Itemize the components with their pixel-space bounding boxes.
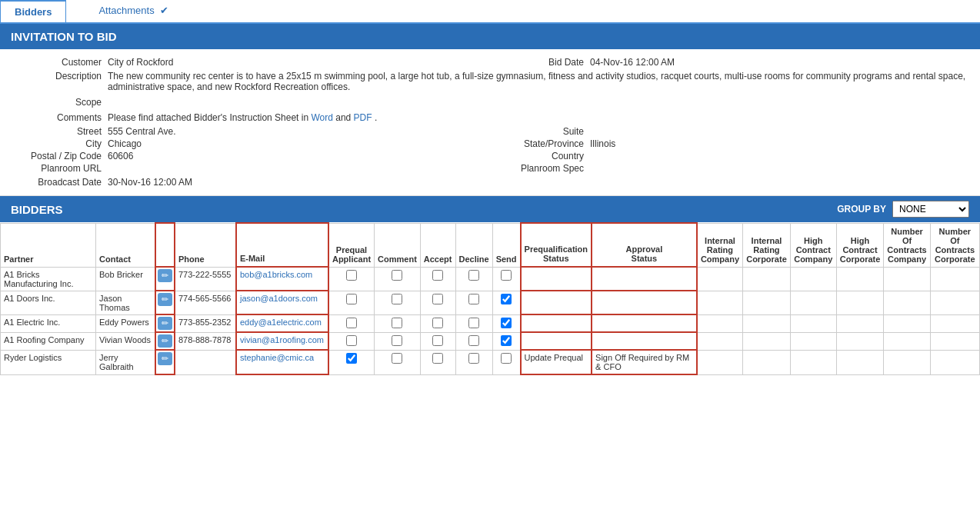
comment-checkbox[interactable] bbox=[392, 270, 402, 281]
decline-checkbox[interactable] bbox=[468, 318, 479, 328]
prequal-checkbox[interactable] bbox=[346, 294, 357, 304]
email-link[interactable]: stephanie@cmic.ca bbox=[240, 353, 314, 362]
prequal-checkbox[interactable] bbox=[346, 335, 357, 346]
email-link[interactable]: bob@a1bricks.com bbox=[240, 270, 312, 279]
col-edit bbox=[155, 223, 175, 267]
postal-value: 60606 bbox=[108, 149, 490, 161]
comment-checkbox[interactable] bbox=[392, 335, 402, 346]
planroom-spec-label: Planroom Spec bbox=[490, 161, 590, 174]
accept-checkbox[interactable] bbox=[432, 335, 443, 346]
tab-bidders[interactable]: Bidders bbox=[0, 0, 66, 22]
approval-status-cell bbox=[592, 314, 697, 332]
send-checkbox[interactable] bbox=[501, 335, 512, 346]
comments-and: and bbox=[335, 112, 353, 123]
send-checkbox[interactable] bbox=[501, 353, 512, 364]
decline-checkbox[interactable] bbox=[468, 335, 479, 346]
pdf-link[interactable]: PDF bbox=[354, 112, 372, 123]
send-checkbox[interactable] bbox=[501, 270, 512, 281]
comment-checkbox[interactable] bbox=[392, 353, 402, 364]
col-phone: Phone bbox=[175, 223, 236, 267]
country-label: Country bbox=[490, 149, 590, 161]
decline-checkbox[interactable] bbox=[468, 353, 479, 364]
email-link[interactable]: eddy@a1electric.com bbox=[240, 318, 322, 327]
preq-status-cell: Update Prequal bbox=[521, 350, 592, 374]
suite-value bbox=[590, 125, 980, 137]
table-row: A1 Doors Inc.Jason Thomas✏774-565-5566ja… bbox=[1, 291, 980, 314]
prequal-cell bbox=[328, 314, 375, 332]
accept-cell bbox=[420, 267, 455, 291]
prequal-checkbox[interactable] bbox=[346, 270, 357, 281]
decline-cell bbox=[455, 291, 492, 314]
edit-button[interactable]: ✏ bbox=[158, 269, 172, 282]
accept-checkbox[interactable] bbox=[432, 318, 443, 328]
edit-cell: ✏ bbox=[155, 332, 175, 350]
prequal-cell bbox=[328, 291, 375, 314]
send-checkbox[interactable] bbox=[501, 294, 512, 304]
prequal-cell bbox=[328, 267, 375, 291]
email-link[interactable]: jason@a1doors.com bbox=[240, 294, 318, 303]
approval-status-value: Sign Off Required by RM & CFO bbox=[595, 353, 689, 371]
send-checkbox[interactable] bbox=[501, 318, 512, 328]
comment-checkbox[interactable] bbox=[392, 294, 402, 304]
postal-label: Postal / Zip Code bbox=[0, 149, 108, 161]
email-cell: vivian@a1roofing.com bbox=[236, 332, 328, 350]
tab-attachments[interactable]: Attachments ✔ bbox=[91, 0, 176, 22]
prequal-checkbox[interactable] bbox=[346, 353, 357, 364]
decline-cell bbox=[455, 332, 492, 350]
approval-status-cell bbox=[592, 267, 697, 291]
approval-status-cell bbox=[592, 332, 697, 350]
broadcast-label: Broadcast Date bbox=[0, 175, 108, 188]
accept-checkbox[interactable] bbox=[432, 294, 443, 304]
send-cell bbox=[492, 332, 520, 350]
preq-status-cell bbox=[521, 314, 592, 332]
group-by-select[interactable]: NONE Status Company bbox=[892, 201, 969, 218]
preq-status-cell bbox=[521, 291, 592, 314]
accept-cell bbox=[420, 314, 455, 332]
edit-cell: ✏ bbox=[155, 314, 175, 332]
phone-value: 773-855-2352 bbox=[178, 318, 232, 327]
scope-label: Scope bbox=[0, 95, 108, 108]
decline-cell bbox=[455, 314, 492, 332]
edit-button[interactable]: ✏ bbox=[158, 352, 172, 365]
description-value: The new community rec center is to have … bbox=[108, 69, 980, 92]
col-partner: Partner bbox=[1, 223, 96, 267]
col-high-contract-company: HighContractCompany bbox=[790, 223, 836, 267]
phone-value: 878-888-7878 bbox=[178, 335, 232, 344]
col-num-contracts-company: NumberOfContractsCompany bbox=[884, 223, 930, 267]
accept-checkbox[interactable] bbox=[432, 353, 443, 364]
decline-cell bbox=[455, 267, 492, 291]
description-label: Description bbox=[0, 69, 108, 92]
email-link[interactable]: vivian@a1roofing.com bbox=[240, 335, 324, 344]
planroom-url-label: Planroom URL bbox=[0, 161, 108, 174]
accept-cell bbox=[420, 291, 455, 314]
bidders-table: Partner Contact Phone E-Mail PrequalAppl… bbox=[0, 222, 980, 375]
edit-button[interactable]: ✏ bbox=[158, 293, 172, 306]
edit-button[interactable]: ✏ bbox=[158, 334, 172, 348]
col-send: Send bbox=[492, 223, 520, 267]
state-value: Illinois bbox=[590, 137, 980, 149]
table-row: A1 Roofing CompanyVivian Woods✏878-888-7… bbox=[1, 332, 980, 350]
prequal-checkbox[interactable] bbox=[346, 318, 357, 328]
contact-name: Jason Thomas bbox=[99, 294, 130, 312]
customer-label: Customer bbox=[0, 55, 108, 68]
comment-checkbox[interactable] bbox=[392, 318, 402, 328]
comment-cell bbox=[375, 332, 421, 350]
decline-checkbox[interactable] bbox=[468, 270, 479, 281]
accept-checkbox[interactable] bbox=[432, 270, 443, 281]
comments-label: Comments bbox=[0, 111, 108, 123]
street-label: Street bbox=[0, 125, 108, 137]
bidders-title: BIDDERS bbox=[11, 203, 63, 216]
send-cell bbox=[492, 350, 520, 374]
partner-name: Ryder Logistics bbox=[4, 353, 62, 362]
phone-value: 774-565-5566 bbox=[178, 294, 232, 303]
email-cell: stephanie@cmic.ca bbox=[236, 350, 328, 374]
word-link[interactable]: Word bbox=[311, 112, 332, 123]
comment-cell bbox=[375, 350, 421, 374]
invitation-info: Customer City of Rockford Bid Date 04-No… bbox=[0, 49, 980, 196]
invitation-header: INVITATION TO BID bbox=[0, 24, 980, 49]
table-row: A1 Electric Inc.Eddy Powers✏773-855-2352… bbox=[1, 314, 980, 332]
decline-checkbox[interactable] bbox=[468, 294, 479, 304]
email-cell: jason@a1doors.com bbox=[236, 291, 328, 314]
preq-status-cell bbox=[521, 332, 592, 350]
edit-button[interactable]: ✏ bbox=[158, 317, 172, 330]
